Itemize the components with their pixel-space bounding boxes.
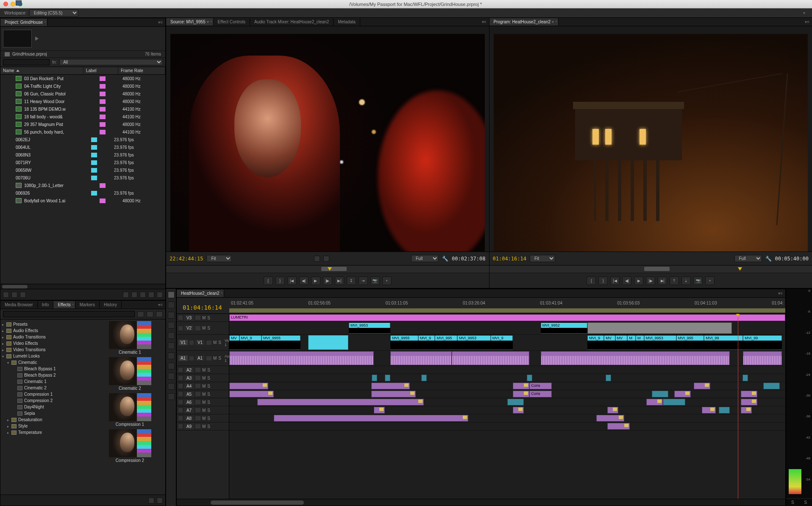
mute-button[interactable]: M bbox=[213, 340, 217, 345]
track-label[interactable]: A7 bbox=[184, 408, 194, 413]
track-header-a1[interactable]: A1A1MSAudio 1 bbox=[177, 351, 229, 366]
clip[interactable] bbox=[274, 415, 468, 422]
tab-audio-mixer[interactable]: Audio Track Mixer: HeatHouse2_clean2 bbox=[250, 18, 334, 25]
clip[interactable]: MVI_9955 bbox=[390, 335, 418, 350]
project-item[interactable]: 18 fall body - wood&44100 Hz bbox=[0, 113, 165, 120]
close-icon[interactable]: × bbox=[44, 20, 46, 24]
clip[interactable] bbox=[606, 375, 611, 381]
mute-button[interactable]: M bbox=[202, 368, 206, 372]
track-a6[interactable] bbox=[229, 398, 785, 406]
tree-item[interactable]: Audio Effects bbox=[0, 327, 95, 334]
clip[interactable] bbox=[587, 322, 732, 334]
tree-item[interactable]: Temperature bbox=[0, 429, 95, 436]
pen-tool[interactable] bbox=[168, 373, 175, 380]
clip[interactable] bbox=[674, 391, 691, 397]
disclosure-icon[interactable] bbox=[7, 430, 11, 435]
clip[interactable]: MVI_9 bbox=[239, 335, 261, 350]
disclosure-icon[interactable] bbox=[7, 360, 11, 365]
play-button[interactable]: ▶ bbox=[311, 277, 320, 285]
item-label[interactable] bbox=[85, 115, 120, 119]
mute-button[interactable]: M bbox=[202, 424, 206, 429]
source-zoom-select[interactable]: Fit bbox=[206, 255, 232, 262]
source-res-select[interactable]: Full bbox=[411, 255, 439, 262]
lock-icon[interactable] bbox=[178, 400, 183, 404]
step-back-button[interactable]: ◀| bbox=[299, 277, 309, 285]
solo-button[interactable]: S bbox=[207, 392, 210, 397]
clip[interactable]: MVI_99 bbox=[743, 335, 782, 350]
project-item[interactable]: 0068N323.976 fps bbox=[0, 151, 165, 159]
trash-icon[interactable] bbox=[157, 498, 163, 503]
clip[interactable] bbox=[308, 335, 348, 350]
clip[interactable] bbox=[385, 375, 390, 381]
track-header-a5[interactable]: A5MS bbox=[177, 390, 229, 398]
project-item[interactable]: 29 357 Magnum Pist48000 Hz bbox=[0, 120, 165, 128]
track-label[interactable]: A8 bbox=[184, 416, 194, 421]
toggle-icon[interactable] bbox=[195, 376, 200, 380]
program-res-select[interactable]: Full bbox=[734, 255, 762, 262]
clip[interactable] bbox=[513, 383, 529, 389]
list-view-icon[interactable] bbox=[3, 292, 9, 298]
overwrite-button[interactable]: ⇥ bbox=[359, 277, 368, 285]
clip[interactable]: MVI_9953 bbox=[457, 335, 491, 350]
tab-history[interactable]: History bbox=[100, 301, 122, 308]
settings-icon[interactable]: 🔧 bbox=[765, 256, 772, 262]
tab-info[interactable]: Info bbox=[38, 301, 54, 308]
fx-badge-yuv-icon[interactable] bbox=[156, 311, 163, 317]
go-out-button[interactable]: ▶| bbox=[335, 277, 344, 285]
clip[interactable] bbox=[257, 399, 424, 405]
source-in-tc[interactable]: 22:42:44:15 bbox=[170, 256, 203, 262]
col-header-framerate[interactable]: Frame Rate bbox=[118, 67, 165, 74]
col-header-label[interactable]: Label bbox=[83, 67, 118, 74]
track-a1[interactable] bbox=[229, 351, 785, 366]
play-icon[interactable] bbox=[35, 36, 39, 41]
toggle-icon[interactable] bbox=[206, 341, 211, 345]
clip[interactable] bbox=[719, 407, 730, 414]
tree-item[interactable]: Video Transitions bbox=[0, 347, 95, 353]
project-filter-select[interactable]: All bbox=[59, 59, 163, 65]
clip[interactable]: MVI_9953 bbox=[349, 322, 390, 334]
solo-button[interactable]: S bbox=[207, 368, 210, 372]
mark-in-button[interactable]: { bbox=[264, 277, 273, 285]
toggle-icon[interactable] bbox=[195, 400, 200, 404]
track-header-v3[interactable]: V3MS bbox=[177, 314, 229, 322]
project-item[interactable]: 11 Heavy Wood Door48000 Hz bbox=[0, 98, 165, 105]
icon-view-icon[interactable] bbox=[11, 292, 17, 298]
item-label[interactable] bbox=[85, 76, 120, 81]
solo-button[interactable]: S bbox=[207, 326, 210, 330]
disclosure-icon[interactable] bbox=[2, 328, 6, 333]
play-button[interactable]: ▶ bbox=[634, 277, 643, 285]
solo-l[interactable]: S bbox=[791, 500, 794, 505]
zoom-tool[interactable] bbox=[168, 393, 175, 400]
lock-icon[interactable] bbox=[178, 376, 183, 380]
clip[interactable]: MVI_995 bbox=[676, 335, 704, 350]
project-item[interactable]: 06 Gun, Classic Pistol48000 Hz bbox=[0, 90, 165, 98]
panel-menu-icon[interactable]: ▾≡ bbox=[479, 20, 489, 24]
clip[interactable] bbox=[513, 391, 529, 397]
mute-button[interactable]: M bbox=[202, 392, 206, 397]
track-a9[interactable] bbox=[229, 422, 785, 431]
disclosure-icon[interactable] bbox=[7, 424, 11, 428]
tab-metadata[interactable]: Metadata bbox=[334, 18, 360, 25]
mute-button[interactable]: M bbox=[202, 384, 206, 389]
go-in-button[interactable]: |◀ bbox=[610, 277, 620, 285]
razor-tool[interactable] bbox=[168, 342, 175, 349]
disclosure-icon[interactable] bbox=[2, 341, 6, 346]
track-header-v2[interactable]: V2MS bbox=[177, 322, 229, 335]
program-zoom-select[interactable]: Fit bbox=[530, 255, 555, 262]
look-preview[interactable]: Cinematic 1 bbox=[109, 321, 151, 355]
clip[interactable] bbox=[507, 399, 524, 405]
mark-out-button[interactable]: } bbox=[275, 277, 285, 285]
ripple-tool[interactable] bbox=[168, 312, 175, 319]
lock-icon[interactable] bbox=[178, 408, 183, 412]
lock-icon[interactable] bbox=[178, 392, 183, 396]
toggle-icon[interactable] bbox=[195, 368, 200, 372]
track-label[interactable]: A3 bbox=[184, 375, 194, 381]
tree-item[interactable]: Cinematic bbox=[0, 359, 95, 366]
hand-tool[interactable] bbox=[168, 383, 175, 390]
program-viewport[interactable] bbox=[494, 34, 808, 252]
look-preview[interactable]: Cinematic 2 bbox=[109, 357, 151, 391]
rolling-tool[interactable] bbox=[168, 322, 175, 329]
track-a7[interactable] bbox=[229, 406, 785, 414]
item-label[interactable] bbox=[77, 168, 111, 173]
clip[interactable]: MVI_9 bbox=[491, 335, 513, 350]
